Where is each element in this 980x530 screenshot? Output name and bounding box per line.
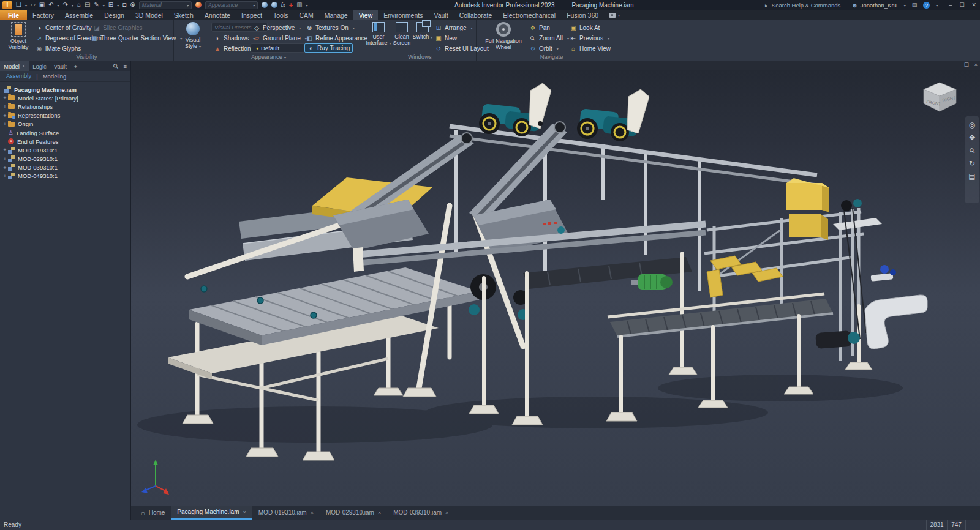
browser-menu-icon[interactable]: ≡ (123, 63, 127, 70)
save-icon[interactable]: ▣ (39, 1, 45, 9)
tree-item-mod-049310[interactable]: +MOD-049310:1 (0, 172, 130, 181)
nav-pan-icon[interactable]: ✥ (969, 134, 975, 141)
new-file-caret-icon[interactable]: ▾ (25, 3, 27, 7)
expander-icon[interactable]: + (2, 121, 8, 127)
slice-graphics-button[interactable]: Slice Graphics (93, 23, 142, 32)
no-material-icon[interactable]: ⊗ (130, 1, 135, 9)
tab-tools[interactable]: Tools (268, 10, 294, 20)
browser-tab-vault[interactable]: Vault (50, 61, 70, 71)
tab-annotate[interactable]: Annotate (199, 10, 236, 20)
sketch-icon[interactable]: ✎ (94, 1, 99, 9)
doc-tab-pacaging-machine[interactable]: Pacaging Machine.iam× (171, 506, 252, 520)
browser-search-icon[interactable]: ⚲ (111, 62, 121, 71)
viewport-canvas[interactable]: FRONT RIGHT ◎ ✥ ⚲ ↻ ▤ (131, 70, 980, 506)
doc-tab-close-icon[interactable]: × (445, 510, 448, 516)
doc-minimize-button[interactable]: – (956, 62, 959, 68)
zoom-all-button[interactable]: Zoom All (529, 34, 569, 43)
textures-on-button[interactable]: Textures On (306, 23, 355, 32)
home-view-button[interactable]: Home View (570, 44, 611, 53)
tree-item-relationships[interactable]: +Relationships (0, 102, 130, 111)
panel-label-visibility[interactable]: Visibility (0, 53, 173, 60)
tree-item-model-states[interactable]: +Model States: [Primary] (0, 94, 130, 102)
doc-tab-mod-029310[interactable]: MOD-029310.iam× (320, 506, 387, 520)
browser-tab-close-icon[interactable]: × (22, 63, 25, 69)
look-at-button[interactable]: Look At (570, 23, 600, 32)
close-button[interactable]: ✕ (971, 2, 976, 8)
object-visibility-button[interactable]: Object Visibility (2, 22, 34, 50)
previous-view-button[interactable]: Previous (570, 34, 609, 43)
expander-icon[interactable]: + (2, 147, 8, 153)
tab-environments[interactable]: Environments (378, 10, 428, 20)
tree-item-mod-019310[interactable]: +MOD-019310:1 (0, 146, 130, 154)
doc-tab-mod-039310[interactable]: MOD-039310.iam× (387, 506, 454, 520)
tree-item-mod-029310[interactable]: +MOD-029310:1 (0, 155, 130, 163)
measure-caret-icon[interactable]: ▾ (117, 3, 119, 7)
refine-appearance-button[interactable]: Refine Appearance (306, 34, 368, 43)
ground-plane-button[interactable]: Ground Plane (253, 34, 307, 43)
visual-style-button[interactable]: Visual Style (177, 22, 209, 50)
doc-tab-home[interactable]: ⌂Home (135, 506, 171, 520)
tab-fusion360[interactable]: Fusion 360 (561, 10, 604, 20)
panel-label-windows[interactable]: Windows (364, 53, 476, 60)
measure-icon[interactable]: ⊞ (108, 1, 113, 9)
tab-vault[interactable]: Vault (428, 10, 453, 20)
tree-item-landing-surface[interactable]: Landing Surface (0, 129, 130, 137)
panel-label-appearance[interactable]: Appearance (175, 53, 363, 60)
screencast-button[interactable]: ▾ (604, 10, 625, 20)
browser-tab-model[interactable]: Model× (0, 61, 29, 71)
sketch-caret-icon[interactable]: ▾ (103, 3, 105, 7)
material-combobox[interactable]: Material▾ (139, 1, 192, 9)
tab-cam[interactable]: CAM (293, 10, 318, 20)
expander-icon[interactable]: + (2, 103, 8, 110)
doc-tab-close-icon[interactable]: × (378, 510, 381, 516)
user-interface-button[interactable]: User Interface (365, 22, 392, 47)
expander-icon[interactable]: + (2, 95, 8, 101)
expander-icon[interactable]: + (2, 156, 8, 162)
full-navigation-wheel-button[interactable]: Full Navigation Wheel (485, 22, 522, 50)
nav-orbit-icon[interactable]: ↻ (969, 160, 975, 167)
tree-item-root[interactable]: Pacaging Machine.iam (0, 85, 130, 94)
cart-icon[interactable]: ▤ (912, 2, 918, 8)
expander-icon[interactable]: + (2, 113, 8, 119)
doc-close-button[interactable]: × (974, 62, 978, 68)
arrange-button[interactable]: Arrange (435, 23, 473, 32)
appearance-sphere-icon[interactable] (262, 2, 268, 8)
inventor-logo[interactable]: I (2, 1, 12, 9)
tab-inspect[interactable]: Inspect (236, 10, 268, 20)
tree-item-origin[interactable]: +Origin (0, 120, 130, 129)
three-quarter-section-button[interactable]: Three Quarter Section View (91, 34, 182, 43)
clean-screen-button[interactable]: Clean Screen (390, 22, 414, 46)
tab-3d-model[interactable]: 3D Model (130, 10, 168, 20)
undo-caret-icon[interactable]: ▾ (58, 3, 59, 7)
view-cube[interactable]: FRONT RIGHT (918, 77, 962, 116)
tree-item-end-of-features[interactable]: End of Features (0, 137, 130, 146)
tab-electromechanical[interactable]: Electromechanical (497, 10, 561, 20)
tab-manage[interactable]: Manage (319, 10, 353, 20)
doc-tab-mod-019310[interactable]: MOD-019310.iam× (252, 506, 320, 520)
template-icon[interactable]: ▤ (85, 1, 90, 9)
center-of-gravity-button[interactable]: Center of Gravity (36, 23, 92, 32)
home-icon[interactable]: ⌂ (77, 1, 81, 9)
search-input[interactable]: Search Help & Commands... (772, 2, 845, 9)
appearance-combobox[interactable]: Appearance▾ (205, 1, 258, 9)
doc-restore-button[interactable]: ☐ (964, 62, 969, 68)
imate-glyphs-button[interactable]: iMate Glyphs (36, 44, 81, 53)
tab-collaborate[interactable]: Collaborate (454, 10, 498, 20)
new-window-button[interactable]: New (435, 34, 457, 43)
pan-button[interactable]: Pan (529, 23, 550, 32)
browser-tab-add[interactable]: + (70, 61, 81, 71)
help-caret-icon[interactable]: ▾ (936, 3, 938, 7)
help-icon[interactable]: ? (923, 2, 930, 9)
expander-icon[interactable]: + (2, 173, 8, 179)
expander-icon[interactable]: + (2, 165, 8, 171)
screen-icon[interactable]: ▥ (296, 1, 302, 9)
open-icon[interactable]: ▱ (31, 1, 36, 9)
browser-tab-logic[interactable]: Logic (29, 61, 50, 71)
parameters-fx-icon[interactable]: fx (281, 2, 285, 8)
orbit-button[interactable]: Orbit (529, 44, 559, 53)
switch-button[interactable]: Switch (412, 22, 434, 40)
perspective-button[interactable]: Perspective (253, 23, 301, 32)
minimize-button[interactable]: – (949, 2, 952, 8)
restore-button[interactable]: ☐ (959, 2, 964, 8)
subtab-modeling[interactable]: Modeling (43, 73, 67, 80)
